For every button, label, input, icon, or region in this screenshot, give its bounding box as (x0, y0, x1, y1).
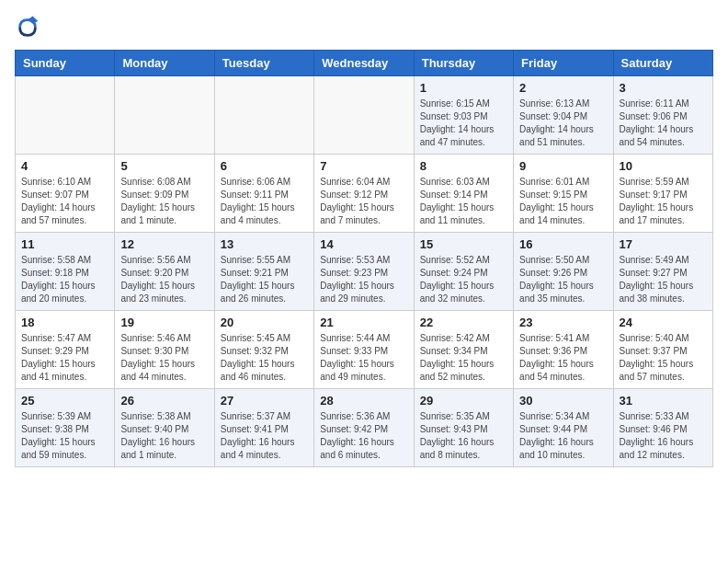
col-header-saturday: Saturday (613, 51, 712, 76)
calendar-day-1: 1Sunrise: 6:15 AM Sunset: 9:03 PM Daylig… (414, 76, 513, 155)
day-number: 12 (120, 237, 208, 251)
calendar-day-25: 25Sunrise: 5:39 AM Sunset: 9:38 PM Dayli… (16, 389, 115, 467)
day-number: 6 (221, 159, 308, 173)
day-info: Sunrise: 6:15 AM Sunset: 9:03 PM Dayligh… (420, 98, 507, 149)
day-number: 10 (620, 159, 707, 173)
day-info: Sunrise: 5:47 AM Sunset: 9:29 PM Dayligh… (21, 332, 108, 384)
calendar-day-24: 24Sunrise: 5:40 AM Sunset: 9:37 PM Dayli… (613, 311, 712, 389)
calendar-day-20: 20Sunrise: 5:45 AM Sunset: 9:32 PM Dayli… (214, 311, 313, 389)
day-info: Sunrise: 5:45 AM Sunset: 9:32 PM Dayligh… (221, 332, 308, 384)
day-info: Sunrise: 6:08 AM Sunset: 9:09 PM Dayligh… (120, 176, 208, 227)
calendar-day-30: 30Sunrise: 5:34 AM Sunset: 9:44 PM Dayli… (514, 389, 613, 467)
day-number: 28 (320, 394, 407, 408)
calendar-day-9: 9Sunrise: 6:01 AM Sunset: 9:15 PM Daylig… (514, 155, 613, 233)
calendar-day-3: 3Sunrise: 6:11 AM Sunset: 9:06 PM Daylig… (613, 76, 712, 155)
day-number: 29 (420, 394, 507, 408)
day-number: 19 (120, 316, 208, 329)
calendar-day-10: 10Sunrise: 5:59 AM Sunset: 9:17 PM Dayli… (613, 155, 712, 233)
calendar-day-22: 22Sunrise: 5:42 AM Sunset: 9:34 PM Dayli… (414, 311, 513, 389)
day-info: Sunrise: 6:04 AM Sunset: 9:12 PM Dayligh… (320, 176, 407, 227)
day-number: 9 (519, 159, 607, 173)
day-info: Sunrise: 6:03 AM Sunset: 9:14 PM Dayligh… (420, 176, 507, 227)
day-info: Sunrise: 5:56 AM Sunset: 9:20 PM Dayligh… (120, 254, 208, 305)
day-info: Sunrise: 5:38 AM Sunset: 9:40 PM Dayligh… (120, 410, 208, 462)
calendar-day-8: 8Sunrise: 6:03 AM Sunset: 9:14 PM Daylig… (414, 155, 513, 233)
calendar-day-21: 21Sunrise: 5:44 AM Sunset: 9:33 PM Dayli… (314, 311, 414, 389)
day-info: Sunrise: 5:49 AM Sunset: 9:27 PM Dayligh… (620, 254, 707, 305)
day-info: Sunrise: 5:34 AM Sunset: 9:44 PM Dayligh… (519, 410, 607, 462)
day-info: Sunrise: 5:58 AM Sunset: 9:18 PM Dayligh… (21, 254, 108, 305)
day-number: 18 (21, 316, 108, 329)
calendar-week-row: 18Sunrise: 5:47 AM Sunset: 9:29 PM Dayli… (16, 311, 713, 389)
day-number: 24 (620, 316, 707, 329)
calendar-day-27: 27Sunrise: 5:37 AM Sunset: 9:41 PM Dayli… (214, 389, 313, 467)
calendar-day-4: 4Sunrise: 6:10 AM Sunset: 9:07 PM Daylig… (16, 155, 115, 233)
day-number: 4 (21, 159, 108, 173)
calendar-table: SundayMondayTuesdayWednesdayThursdayFrid… (15, 50, 713, 467)
day-number: 27 (221, 394, 308, 408)
day-info: Sunrise: 5:42 AM Sunset: 9:34 PM Dayligh… (420, 332, 507, 384)
col-header-friday: Friday (514, 51, 613, 76)
day-number: 7 (320, 159, 407, 173)
col-header-thursday: Thursday (414, 51, 513, 76)
logo-icon (15, 15, 40, 40)
day-info: Sunrise: 5:52 AM Sunset: 9:24 PM Dayligh… (420, 254, 507, 305)
day-number: 14 (320, 237, 407, 251)
calendar-day-empty (16, 76, 115, 155)
calendar-day-12: 12Sunrise: 5:56 AM Sunset: 9:20 PM Dayli… (115, 233, 214, 311)
calendar-day-16: 16Sunrise: 5:50 AM Sunset: 9:26 PM Dayli… (514, 233, 613, 311)
calendar-day-14: 14Sunrise: 5:53 AM Sunset: 9:23 PM Dayli… (314, 233, 414, 311)
col-header-wednesday: Wednesday (314, 51, 414, 76)
calendar-day-empty (115, 76, 214, 155)
calendar-day-2: 2Sunrise: 6:13 AM Sunset: 9:04 PM Daylig… (514, 76, 613, 155)
day-info: Sunrise: 5:41 AM Sunset: 9:36 PM Dayligh… (519, 332, 607, 384)
logo (15, 15, 44, 40)
day-number: 17 (620, 237, 707, 251)
day-info: Sunrise: 5:53 AM Sunset: 9:23 PM Dayligh… (320, 254, 407, 305)
calendar-day-15: 15Sunrise: 5:52 AM Sunset: 9:24 PM Dayli… (414, 233, 513, 311)
calendar-header-row: SundayMondayTuesdayWednesdayThursdayFrid… (16, 51, 713, 76)
day-info: Sunrise: 5:44 AM Sunset: 9:33 PM Dayligh… (320, 332, 407, 384)
day-number: 8 (420, 159, 507, 173)
day-info: Sunrise: 6:11 AM Sunset: 9:06 PM Dayligh… (620, 98, 707, 149)
day-number: 21 (320, 316, 407, 329)
day-info: Sunrise: 6:01 AM Sunset: 9:15 PM Dayligh… (519, 176, 607, 227)
day-number: 23 (519, 316, 607, 329)
day-info: Sunrise: 5:50 AM Sunset: 9:26 PM Dayligh… (519, 254, 607, 305)
calendar-day-empty (314, 76, 414, 155)
day-number: 3 (620, 81, 707, 95)
calendar-week-row: 25Sunrise: 5:39 AM Sunset: 9:38 PM Dayli… (16, 389, 713, 467)
day-number: 22 (420, 316, 507, 329)
day-number: 1 (420, 81, 507, 95)
col-header-tuesday: Tuesday (214, 51, 313, 76)
calendar-day-26: 26Sunrise: 5:38 AM Sunset: 9:40 PM Dayli… (115, 389, 214, 467)
calendar-day-5: 5Sunrise: 6:08 AM Sunset: 9:09 PM Daylig… (115, 155, 214, 233)
calendar-day-7: 7Sunrise: 6:04 AM Sunset: 9:12 PM Daylig… (314, 155, 414, 233)
day-info: Sunrise: 5:36 AM Sunset: 9:42 PM Dayligh… (320, 410, 407, 462)
day-number: 16 (519, 237, 607, 251)
calendar-day-17: 17Sunrise: 5:49 AM Sunset: 9:27 PM Dayli… (613, 233, 712, 311)
calendar-day-19: 19Sunrise: 5:46 AM Sunset: 9:30 PM Dayli… (115, 311, 214, 389)
col-header-monday: Monday (115, 51, 214, 76)
calendar-day-empty (214, 76, 313, 155)
day-number: 30 (519, 394, 607, 408)
day-number: 11 (21, 237, 108, 251)
day-number: 31 (620, 394, 707, 408)
header (15, 15, 713, 40)
day-info: Sunrise: 5:35 AM Sunset: 9:43 PM Dayligh… (420, 410, 507, 462)
day-info: Sunrise: 6:10 AM Sunset: 9:07 PM Dayligh… (21, 176, 108, 227)
day-info: Sunrise: 5:40 AM Sunset: 9:37 PM Dayligh… (620, 332, 707, 384)
day-number: 25 (21, 394, 108, 408)
day-number: 26 (120, 394, 208, 408)
day-info: Sunrise: 5:39 AM Sunset: 9:38 PM Dayligh… (21, 410, 108, 462)
calendar-day-23: 23Sunrise: 5:41 AM Sunset: 9:36 PM Dayli… (514, 311, 613, 389)
calendar-day-6: 6Sunrise: 6:06 AM Sunset: 9:11 PM Daylig… (214, 155, 313, 233)
calendar-day-28: 28Sunrise: 5:36 AM Sunset: 9:42 PM Dayli… (314, 389, 414, 467)
day-number: 5 (120, 159, 208, 173)
day-info: Sunrise: 5:33 AM Sunset: 9:46 PM Dayligh… (620, 410, 707, 462)
day-info: Sunrise: 5:46 AM Sunset: 9:30 PM Dayligh… (120, 332, 208, 384)
day-info: Sunrise: 5:55 AM Sunset: 9:21 PM Dayligh… (221, 254, 308, 305)
day-number: 15 (420, 237, 507, 251)
calendar-day-31: 31Sunrise: 5:33 AM Sunset: 9:46 PM Dayli… (613, 389, 712, 467)
day-info: Sunrise: 5:59 AM Sunset: 9:17 PM Dayligh… (620, 176, 707, 227)
